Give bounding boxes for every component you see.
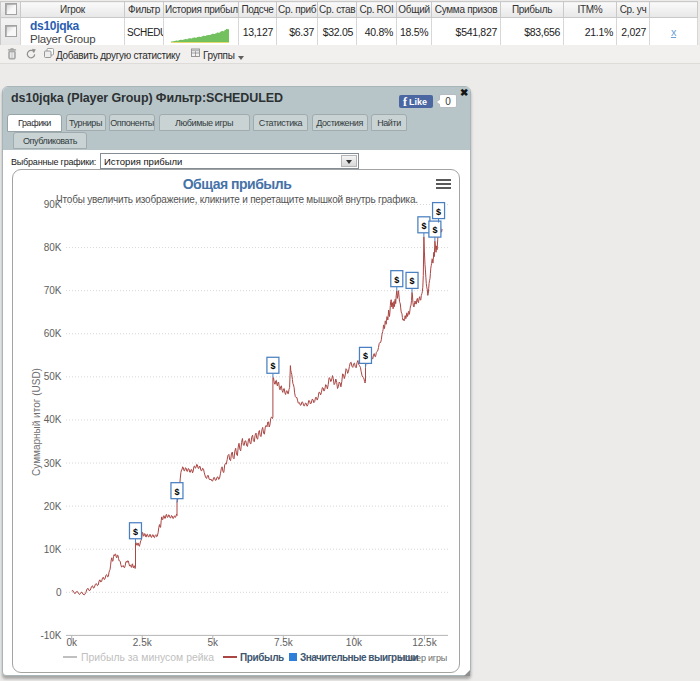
- col-header-itm[interactable]: ITM%: [564, 2, 617, 18]
- svg-text:40K: 40K: [44, 414, 62, 425]
- sparkline-area: [171, 27, 229, 42]
- profit-cell: $83,656: [501, 18, 564, 47]
- facebook-f-icon: f: [403, 97, 407, 107]
- svg-text:$: $: [436, 207, 441, 217]
- selected-graphs-label: Выбранные графики:: [11, 157, 96, 167]
- toolbar: Добавить другую статистику Группы: [0, 45, 700, 64]
- count-cell: 13,127: [239, 18, 277, 47]
- itm-cell: 21.1%: [564, 18, 617, 47]
- svg-text:30K: 30K: [44, 458, 62, 469]
- groups-caret-icon[interactable]: [238, 56, 244, 60]
- col-header-avprofit[interactable]: Ср. приб: [277, 2, 318, 18]
- svg-text:20K: 20K: [44, 501, 62, 512]
- groups-icon[interactable]: [191, 48, 200, 58]
- svg-text:-10K: -10K: [40, 630, 61, 641]
- tab-Статистика[interactable]: Статистика: [253, 114, 308, 131]
- row-checkbox-cell: [1, 18, 21, 47]
- stats-table: ИгрокФильтрИстория прибылПодсчеСр. прибС…: [0, 1, 698, 47]
- svg-text:70K: 70K: [44, 285, 62, 296]
- tab-Оппоненты[interactable]: Оппоненты: [109, 114, 155, 131]
- svg-text:10K: 10K: [44, 544, 62, 555]
- tab-Графики[interactable]: Графики: [7, 114, 62, 132]
- tab-Найти[interactable]: Найти: [371, 114, 407, 131]
- svg-text:$: $: [174, 487, 179, 497]
- svg-text:$: $: [133, 527, 138, 537]
- profit-sparkline: [164, 18, 237, 44]
- profit-line: [72, 223, 442, 595]
- groups-label[interactable]: Группы: [203, 50, 235, 61]
- chart-title: Общая прибыль: [13, 176, 461, 192]
- svg-text:$: $: [421, 221, 426, 231]
- svg-text:5k: 5k: [208, 637, 220, 648]
- col-header-filter[interactable]: Фильтр: [125, 2, 164, 18]
- graph-select-value: История прибыли: [104, 156, 182, 167]
- col-header-remove[interactable]: [650, 2, 698, 18]
- player-panel: ds10jqka (Player Group) Фильтр:SCHEDULED…: [2, 86, 471, 676]
- select-all-checkbox[interactable]: [5, 3, 17, 15]
- remove-cell: x: [650, 18, 698, 47]
- tab-Турниры[interactable]: Турниры: [66, 114, 106, 131]
- av-stake-cell: $32.05: [318, 18, 357, 47]
- player-group-label: Player Group: [30, 33, 121, 45]
- svg-text:50K: 50K: [44, 371, 62, 382]
- tab-Достижения[interactable]: Достижения: [312, 114, 368, 131]
- facebook-like-label: Like: [409, 97, 427, 107]
- total-roi-cell: 18.5%: [397, 18, 432, 47]
- facebook-like-button[interactable]: f Like: [399, 95, 433, 108]
- trash-icon[interactable]: [7, 48, 17, 60]
- col-header-total[interactable]: Общий: [397, 2, 432, 18]
- col-header-aventr[interactable]: Ср. уч: [617, 2, 650, 18]
- svg-text:12.5k: 12.5k: [412, 637, 437, 648]
- svg-text:$: $: [363, 351, 368, 361]
- col-header-avroi[interactable]: Ср. ROI: [357, 2, 397, 18]
- chart-container: 0k2.5k5k7.5k10k12.5k90K80K70K60K50K40K30…: [12, 169, 460, 673]
- tab-Любимые игры[interactable]: Любимые игры: [159, 114, 250, 131]
- like-count-bubble: 0: [439, 94, 457, 108]
- col-header-profit[interactable]: Прибыль: [501, 2, 564, 18]
- graph-select-arrow-icon[interactable]: [341, 155, 357, 167]
- av-entrants-cell: 2,027: [617, 18, 650, 47]
- add-statistic-icon[interactable]: [44, 48, 54, 59]
- chart-subtitle: Чтобы увеличить изображение, кликните и …: [13, 194, 461, 205]
- panel-header: ds10jqka (Player Group) Фильтр:SCHEDULED…: [3, 87, 470, 150]
- table-header-row: ИгрокФильтрИстория прибылПодсчеСр. прибС…: [1, 2, 698, 18]
- svg-text:60K: 60K: [44, 328, 62, 339]
- svg-text:2.5k: 2.5k: [133, 637, 153, 648]
- legend-item-profit[interactable]: Прибыль: [240, 652, 284, 663]
- legend-item-net-profit[interactable]: Прибыль за минусом рейка: [81, 652, 214, 663]
- av-roi-cell: 40.8%: [357, 18, 397, 47]
- profit-chart[interactable]: 0k2.5k5k7.5k10k12.5k90K80K70K60K50K40K30…: [13, 170, 461, 674]
- col-header-player[interactable]: Игрок: [21, 2, 125, 18]
- av-profit-cell: $6.37: [277, 18, 318, 47]
- profit-history-cell: [164, 18, 239, 47]
- col-header-count[interactable]: Подсче: [239, 2, 277, 18]
- refresh-icon[interactable]: [25, 48, 36, 60]
- tabs-row-1: ГрафикиТурнирыОппонентыЛюбимые игрыСтати…: [7, 114, 407, 132]
- svg-text:80K: 80K: [44, 242, 62, 253]
- player-link[interactable]: ds10jqka: [30, 20, 121, 33]
- svg-text:10k: 10k: [346, 637, 363, 648]
- svg-text:$: $: [432, 225, 437, 235]
- close-icon[interactable]: ✖: [460, 87, 468, 98]
- tab-Опубликовать[interactable]: Опубликовать: [13, 132, 87, 149]
- legend-item-significant-wins[interactable]: Значительные выигрыши: [300, 652, 418, 663]
- svg-text:$: $: [270, 361, 275, 371]
- row-checkbox[interactable]: [5, 25, 17, 37]
- col-header-check[interactable]: [1, 2, 21, 18]
- tabs-row-2: Опубликовать: [7, 132, 87, 149]
- player-cell: ds10jqka Player Group: [21, 18, 125, 47]
- table-row: ds10jqka Player Group SCHEDU 13,127 $6.3…: [1, 18, 698, 47]
- panel-title: ds10jqka (Player Group) Фильтр:SCHEDULED: [11, 91, 283, 105]
- col-header-avstake[interactable]: Ср. став: [318, 2, 357, 18]
- remove-row-link[interactable]: x: [671, 26, 676, 38]
- col-header-prize[interactable]: Сумма призов: [432, 2, 501, 18]
- svg-text:0k: 0k: [66, 637, 78, 648]
- graph-select[interactable]: История прибыли: [100, 153, 359, 169]
- panel-resize-grip[interactable]: [464, 670, 470, 676]
- col-header-history[interactable]: История прибыл: [164, 2, 239, 18]
- add-statistic-label[interactable]: Добавить другую статистику: [56, 50, 180, 61]
- svg-text:7.5k: 7.5k: [274, 637, 294, 648]
- svg-text:$: $: [410, 276, 415, 286]
- chart-menu-icon[interactable]: [436, 179, 451, 190]
- prize-cell: $541,827: [432, 18, 501, 47]
